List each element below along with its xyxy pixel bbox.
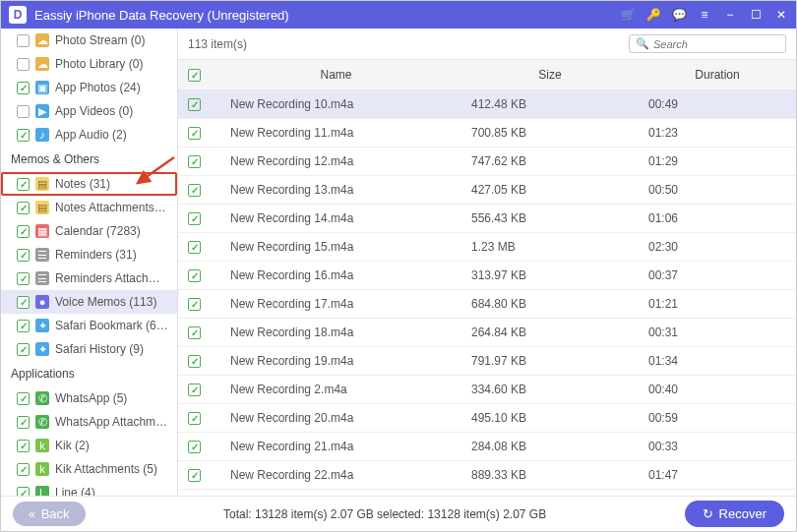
sidebar-item-label: WhatsApp (5) bbox=[55, 391, 127, 405]
row-checkbox[interactable] bbox=[188, 127, 201, 140]
sidebar-item-label: Kik Attachments (5) bbox=[55, 462, 157, 476]
row-checkbox[interactable] bbox=[188, 269, 201, 282]
checkbox[interactable] bbox=[17, 272, 30, 285]
menu-icon[interactable]: ≡ bbox=[698, 8, 711, 22]
sidebar-item[interactable]: ✦Safari History (9) bbox=[1, 337, 177, 361]
checkbox[interactable] bbox=[17, 82, 30, 94]
table-row[interactable]: New Recording 11.m4a700.85 KB01:23 bbox=[178, 119, 796, 148]
sidebar-item[interactable]: ☰Reminders (31) bbox=[1, 243, 177, 266]
sidebar-item[interactable]: ☰Reminders Attachmen... bbox=[1, 266, 177, 290]
footer-summary: Total: 13128 item(s) 2.07 GB selected: 1… bbox=[86, 507, 685, 521]
sidebar-item-label: App Audio (2) bbox=[55, 128, 127, 142]
sidebar-item[interactable]: ▣App Photos (24) bbox=[1, 76, 177, 99]
table-row[interactable]: New Recording 16.m4a313.97 KB00:37 bbox=[178, 262, 796, 290]
checkbox[interactable] bbox=[17, 202, 30, 214]
checkbox[interactable] bbox=[17, 249, 30, 262]
cell-name: New Recording 20.m4a bbox=[211, 404, 461, 433]
column-name[interactable]: Name bbox=[211, 60, 461, 90]
cell-duration: 00:31 bbox=[639, 319, 796, 347]
table-scroll[interactable]: Name Size Duration New Recording 10.m4a4… bbox=[178, 60, 796, 498]
sidebar-item-label: Safari Bookmark (653) bbox=[55, 319, 169, 332]
table-row[interactable]: New Recording 12.m4a747.62 KB01:29 bbox=[178, 148, 796, 176]
table-row[interactable]: New Recording 17.m4a684.80 KB01:21 bbox=[178, 290, 796, 319]
search-box[interactable]: 🔍 bbox=[629, 34, 786, 53]
minimize-icon[interactable]: − bbox=[723, 8, 737, 22]
refresh-icon: ↻ bbox=[703, 506, 713, 521]
checkbox[interactable] bbox=[17, 178, 30, 191]
cart-icon[interactable]: 🛒 bbox=[621, 8, 635, 22]
checkbox[interactable] bbox=[17, 105, 30, 118]
sidebar-item[interactable]: ●Voice Memos (113) bbox=[1, 290, 177, 314]
sidebar-item-label: Voice Memos (113) bbox=[55, 295, 156, 309]
row-checkbox[interactable] bbox=[188, 355, 201, 368]
table-row[interactable]: New Recording 14.m4a556.43 KB01:06 bbox=[178, 205, 796, 233]
footer-bar: « Back Total: 13128 item(s) 2.07 GB sele… bbox=[1, 496, 796, 531]
checkbox[interactable] bbox=[17, 34, 30, 47]
sidebar-item[interactable]: ☁Photo Library (0) bbox=[1, 52, 177, 76]
category-icon: ☁ bbox=[35, 57, 49, 71]
category-icon: ▦ bbox=[35, 224, 49, 238]
checkbox[interactable] bbox=[17, 58, 30, 71]
checkbox[interactable] bbox=[17, 440, 30, 452]
row-checkbox[interactable] bbox=[188, 98, 201, 111]
select-all-header[interactable] bbox=[178, 60, 211, 90]
sidebar-item[interactable]: ♪App Audio (2) bbox=[1, 123, 177, 147]
row-checkbox[interactable] bbox=[188, 184, 201, 197]
select-all-checkbox[interactable] bbox=[188, 69, 201, 82]
checkbox[interactable] bbox=[17, 225, 30, 238]
back-button[interactable]: « Back bbox=[13, 502, 86, 526]
row-checkbox[interactable] bbox=[188, 469, 201, 482]
sidebar-item-label: App Photos (24) bbox=[55, 81, 141, 94]
category-icon: ☁ bbox=[35, 33, 49, 47]
feedback-icon[interactable]: 💬 bbox=[672, 8, 686, 22]
row-checkbox[interactable] bbox=[188, 298, 201, 311]
checkbox[interactable] bbox=[17, 416, 30, 429]
key-icon[interactable]: 🔑 bbox=[646, 8, 660, 22]
close-icon[interactable]: ✕ bbox=[774, 8, 788, 22]
table-row[interactable]: New Recording 15.m4a1.23 MB02:30 bbox=[178, 233, 796, 262]
sidebar-item[interactable]: kKik Attachments (5) bbox=[1, 457, 177, 481]
table-row[interactable]: New Recording 13.m4a427.05 KB00:50 bbox=[178, 176, 796, 205]
cell-duration: 01:06 bbox=[639, 205, 796, 233]
window-title: Eassiy iPhone Data Recovery (Unregistere… bbox=[34, 8, 621, 23]
sidebar-item[interactable]: kKik (2) bbox=[1, 434, 177, 457]
table-row[interactable]: New Recording 19.m4a791.97 KB01:34 bbox=[178, 347, 796, 376]
cell-size: 495.10 KB bbox=[461, 404, 639, 433]
column-duration[interactable]: Duration bbox=[639, 60, 796, 90]
table-row[interactable]: New Recording 2.m4a334.60 KB00:40 bbox=[178, 376, 796, 404]
row-checkbox[interactable] bbox=[188, 241, 201, 254]
row-checkbox[interactable] bbox=[188, 441, 201, 453]
checkbox[interactable] bbox=[17, 463, 30, 476]
row-checkbox[interactable] bbox=[188, 155, 201, 168]
back-button-label: Back bbox=[41, 506, 70, 521]
row-checkbox[interactable] bbox=[188, 384, 201, 396]
sidebar-item[interactable]: ▤Notes (31) bbox=[1, 172, 177, 196]
sidebar-item[interactable]: ✆WhatsApp Attachmen... bbox=[1, 410, 177, 434]
row-checkbox[interactable] bbox=[188, 212, 201, 225]
sidebar-item[interactable]: ✆WhatsApp (5) bbox=[1, 386, 177, 410]
maximize-icon[interactable]: ☐ bbox=[749, 8, 763, 22]
checkbox[interactable] bbox=[17, 343, 30, 356]
checkbox[interactable] bbox=[17, 320, 30, 332]
sidebar-item[interactable]: ▶App Videos (0) bbox=[1, 99, 177, 123]
sidebar-item[interactable]: ▤Notes Attachments (24) bbox=[1, 196, 177, 219]
search-input[interactable] bbox=[653, 38, 779, 50]
sidebar-item[interactable]: ▦Calendar (7283) bbox=[1, 219, 177, 243]
table-row[interactable]: New Recording 20.m4a495.10 KB00:59 bbox=[178, 404, 796, 433]
checkbox[interactable] bbox=[17, 392, 30, 405]
window-titlebar: D Eassiy iPhone Data Recovery (Unregiste… bbox=[1, 1, 796, 29]
sidebar-item[interactable]: ☁Photo Stream (0) bbox=[1, 29, 177, 52]
sidebar-item[interactable]: ✦Safari Bookmark (653) bbox=[1, 314, 177, 337]
table-row[interactable]: New Recording 18.m4a264.84 KB00:31 bbox=[178, 319, 796, 347]
row-checkbox[interactable] bbox=[188, 412, 201, 425]
table-row[interactable]: New Recording 21.m4a284.08 KB00:33 bbox=[178, 433, 796, 461]
row-checkbox[interactable] bbox=[188, 326, 201, 339]
table-row[interactable]: New Recording 10.m4a412.48 KB00:49 bbox=[178, 90, 796, 119]
cell-size: 684.80 KB bbox=[461, 290, 639, 319]
checkbox[interactable] bbox=[17, 296, 30, 309]
column-size[interactable]: Size bbox=[461, 60, 639, 90]
checkbox[interactable] bbox=[17, 129, 30, 142]
cell-size: 264.84 KB bbox=[461, 319, 639, 347]
table-row[interactable]: New Recording 22.m4a889.33 KB01:47 bbox=[178, 461, 796, 490]
recover-button[interactable]: ↻ Recover bbox=[685, 501, 784, 527]
